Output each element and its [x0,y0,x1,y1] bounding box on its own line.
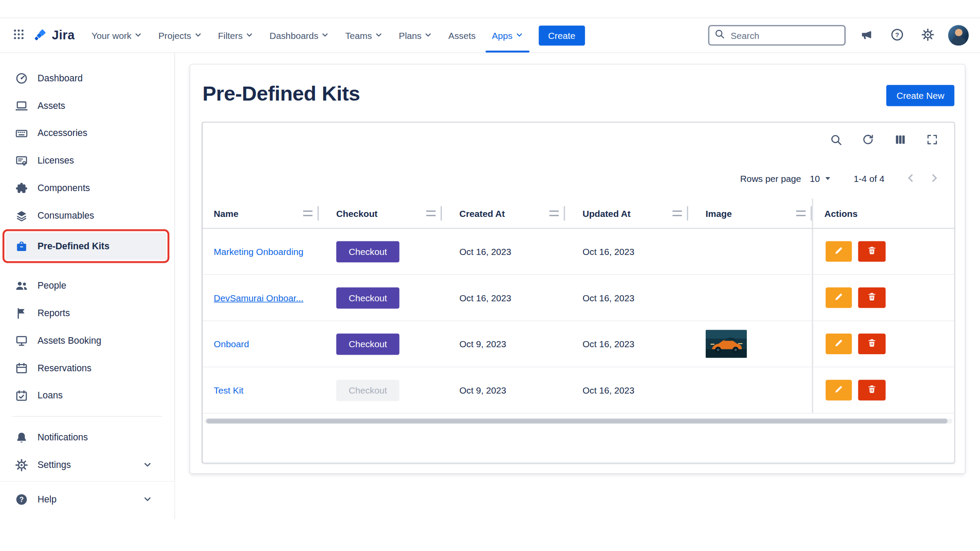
column-header-label: Checkout [336,208,378,218]
next-page-button[interactable] [926,170,943,188]
kit-name-link[interactable]: Marketing Onboarding [214,247,304,257]
user-avatar[interactable] [948,25,969,45]
rows-per-page-value: 10 [810,174,820,184]
checkout-button[interactable]: Checkout [336,333,399,355]
column-header-image[interactable]: Image [688,199,812,228]
chevron-down-icon [425,30,432,40]
help-icon: ? [890,28,903,43]
column-header-label: Created At [459,208,505,218]
horizontal-scrollbar-thumb[interactable] [206,418,947,423]
updated-at-value: Oct 16, 2023 [582,385,634,395]
column-header-label: Updated At [582,208,630,218]
edit-button[interactable] [826,380,852,401]
sidebar-item-licenses[interactable]: Licenses [0,147,175,174]
edit-button[interactable] [826,287,852,308]
table-search-button[interactable] [829,133,844,148]
sidebar-item-people[interactable]: People [0,272,175,299]
create-new-button[interactable]: Create New [886,85,954,106]
previous-page-button[interactable] [902,170,919,188]
refresh-icon [862,133,875,148]
help-button[interactable]: ? [887,25,907,45]
column-drag-handle-icon[interactable] [550,210,559,216]
sidebar-item-accessories[interactable]: Accessories [0,119,175,147]
delete-button[interactable] [858,241,886,262]
column-header-updated-at[interactable]: Updated At [565,199,688,228]
main-content: Pre-Defined Kits Create New [175,53,980,519]
top-navigation: Jira Your work Projects Filters Dashboar… [0,17,980,53]
nav-item-your-work[interactable]: Your work [84,18,150,52]
column-header-created-at[interactable]: Created At [442,199,565,228]
pagination-range-label: 1-4 of 4 [854,174,884,184]
license-icon [15,154,28,167]
edit-button[interactable] [826,241,852,262]
rows-per-page-select[interactable]: 10 [810,174,831,184]
created-at-value: Oct 9, 2023 [459,339,506,349]
kit-name-link[interactable]: Test Kit [214,385,244,395]
nav-item-plans[interactable]: Plans [391,18,440,52]
calendar-check-icon [15,389,28,402]
table-columns-button[interactable] [892,133,907,148]
kit-name-link[interactable]: Onboard [214,339,249,349]
table-row: DevSamurai Onboar... Checkout Oct 16, 20… [203,275,955,321]
horizontal-scrollbar-track[interactable] [204,418,952,423]
created-at-value: Oct 16, 2023 [459,293,511,303]
jira-logo[interactable]: Jira [32,26,74,45]
trash-icon [867,384,877,396]
app-switcher-button[interactable] [9,25,29,45]
checkout-button[interactable]: Checkout [336,287,399,308]
sidebar-item-reports[interactable]: Reports [0,299,175,327]
sidebar-item-reservations[interactable]: Reservations [0,354,175,382]
nav-item-label: Filters [218,30,242,40]
table-row: Onboard Checkout Oct 9, 2023 Oct 16, 202… [203,321,955,367]
nav-item-teams[interactable]: Teams [337,18,391,52]
sidebar-item-assets-booking[interactable]: Assets Booking [0,327,175,354]
trash-icon [867,338,877,350]
kit-name-link[interactable]: DevSamurai Onboar... [214,293,304,303]
settings-button[interactable] [917,25,938,45]
column-drag-handle-icon[interactable] [796,210,805,216]
search-input[interactable] [729,30,839,41]
sidebar-item-label: Licenses [38,156,74,166]
delete-button[interactable] [858,287,886,308]
sidebar-footer: ? Help [0,481,175,513]
sidebar-item-settings[interactable]: Settings [0,451,175,478]
nav-item-dashboards[interactable]: Dashboards [261,18,337,52]
column-header-label: Image [706,208,732,218]
column-header-name[interactable]: Name [203,199,319,228]
global-search[interactable] [708,25,846,45]
table-refresh-button[interactable] [861,133,875,148]
layers-icon [15,209,28,222]
nav-item-filters[interactable]: Filters [210,18,262,52]
sidebar-item-dashboard[interactable]: Dashboard [0,64,175,92]
sidebar-item-notifications[interactable]: Notifications [0,424,175,451]
column-drag-handle-icon[interactable] [672,210,682,216]
trash-icon [867,245,877,257]
sidebar-item-help[interactable]: ? Help [0,485,175,513]
page-body: Dashboard Assets Accessories Licenses [0,53,980,519]
sidebar-item-pre-defined-kits[interactable]: Pre-Defined Kits [6,232,166,260]
sidebar-item-consumables[interactable]: Consumables [0,202,175,229]
highlight-annotation: Pre-Defined Kits [3,229,169,263]
table-row: Test Kit Checkout Oct 9, 2023 Oct 16, 20… [203,367,955,414]
create-button[interactable]: Create [539,25,584,45]
sidebar-item-components[interactable]: Components [0,174,175,202]
column-drag-handle-icon[interactable] [303,210,312,216]
nav-item-assets[interactable]: Assets [440,18,483,52]
checkout-button[interactable]: Checkout [336,241,399,262]
announcements-button[interactable] [856,25,876,45]
sidebar-item-assets[interactable]: Assets [0,92,175,119]
nav-item-label: Plans [399,30,422,40]
edit-button[interactable] [826,334,852,354]
column-drag-handle-icon[interactable] [426,210,435,216]
table-pagination: Rows per page 10 1-4 of 4 [203,159,955,199]
created-at-value: Oct 9, 2023 [459,385,506,395]
delete-button[interactable] [858,334,886,354]
sidebar-item-loans[interactable]: Loans [0,382,175,409]
app-sidebar: Dashboard Assets Accessories Licenses [0,53,175,519]
sidebar-item-label: Assets Booking [38,335,102,345]
nav-item-projects[interactable]: Projects [150,18,210,52]
column-header-checkout[interactable]: Checkout [319,199,442,228]
delete-button[interactable] [858,380,886,401]
nav-item-apps[interactable]: Apps [484,18,532,52]
table-fullscreen-button[interactable] [924,133,939,148]
